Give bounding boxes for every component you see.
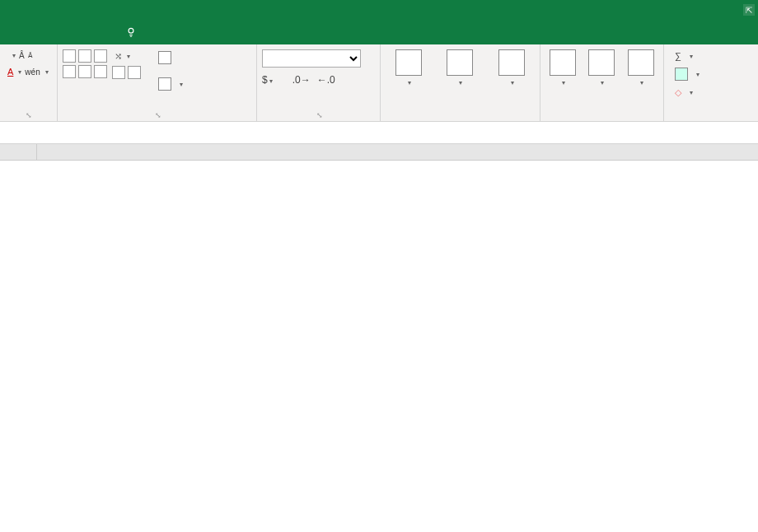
align-top-left[interactable] bbox=[63, 49, 76, 63]
table-format-button[interactable]: ▾ bbox=[447, 49, 473, 86]
clear-button[interactable]: ◇▾ bbox=[672, 86, 695, 100]
font-group-partial: ▾ Â Ǎ A▾ wén▾ ⤡ bbox=[0, 44, 58, 121]
styles-group-label bbox=[386, 118, 535, 121]
svg-point-0 bbox=[129, 28, 133, 33]
select-all-triangle[interactable] bbox=[0, 144, 37, 160]
ribbon: ▾ Â Ǎ A▾ wén▾ ⤡ ⤭▾ bbox=[0, 44, 758, 122]
align-bottom-center[interactable] bbox=[78, 65, 91, 78]
align-bottom-right[interactable] bbox=[94, 65, 107, 78]
bulb-icon bbox=[125, 26, 137, 38]
delete-icon bbox=[588, 49, 615, 76]
formula-bar[interactable] bbox=[0, 122, 758, 144]
merge-icon bbox=[158, 77, 171, 91]
wrap-text-button[interactable] bbox=[156, 49, 185, 66]
eraser-icon: ◇ bbox=[675, 87, 681, 98]
table-format-icon bbox=[447, 49, 473, 76]
insert-button[interactable]: ▾ bbox=[550, 49, 576, 86]
insert-icon bbox=[550, 49, 576, 76]
fill-icon bbox=[675, 68, 688, 81]
align-grid bbox=[63, 49, 107, 78]
increase-indent[interactable] bbox=[128, 66, 141, 79]
column-headers bbox=[0, 144, 758, 161]
increase-decimal[interactable]: .0→ bbox=[292, 74, 311, 86]
cond-format-icon bbox=[395, 49, 422, 76]
wrap-icon bbox=[158, 51, 171, 64]
align-top-right[interactable] bbox=[94, 49, 107, 63]
cell-style-icon bbox=[498, 49, 525, 76]
styles-group: ▾ ▾ ▾ bbox=[381, 44, 540, 121]
fill-button[interactable]: ▾ bbox=[672, 66, 702, 82]
editing-group: ∑▾ ▾ ◇▾ bbox=[664, 44, 758, 121]
format-button[interactable]: ▾ bbox=[628, 49, 654, 86]
font-size-preset[interactable]: ▾ Â Ǎ bbox=[5, 49, 51, 62]
decrease-indent[interactable] bbox=[112, 66, 125, 79]
tell-me-search[interactable] bbox=[125, 26, 142, 38]
number-format-select[interactable] bbox=[262, 49, 361, 68]
cells-group-label bbox=[545, 118, 658, 121]
alignment-group-label: ⤡ bbox=[63, 110, 251, 121]
worksheet bbox=[0, 144, 758, 161]
orientation-button[interactable]: ⤭▾ bbox=[112, 49, 141, 63]
font-color[interactable]: A▾ wén▾ bbox=[5, 65, 51, 78]
merge-center-button[interactable]: ▾ bbox=[156, 76, 185, 92]
conditional-format-button[interactable]: ▾ bbox=[395, 49, 422, 86]
share-icon[interactable]: ⇱ bbox=[743, 4, 755, 16]
delete-button[interactable]: ▾ bbox=[588, 49, 615, 86]
align-bottom-left[interactable] bbox=[63, 65, 76, 78]
number-group: $▾ .0→ ←.0 ⤡ bbox=[257, 44, 381, 121]
title-bar: ⇱ bbox=[0, 0, 758, 20]
autosum-button[interactable]: ∑▾ bbox=[672, 49, 695, 63]
format-icon bbox=[628, 49, 654, 76]
menu-bar bbox=[0, 20, 758, 44]
number-group-label: ⤡ bbox=[262, 110, 375, 121]
alignment-group: ⤭▾ ▾ ⤡ bbox=[58, 44, 257, 121]
font-group-label: ⤡ bbox=[5, 110, 52, 121]
cells-group: ▾ ▾ ▾ bbox=[540, 44, 664, 121]
sigma-icon: ∑ bbox=[675, 51, 681, 61]
currency-button[interactable]: $▾ bbox=[262, 74, 273, 86]
decrease-decimal[interactable]: ←.0 bbox=[317, 74, 335, 86]
window-controls: ⇱ bbox=[743, 4, 755, 16]
cell-styles-button[interactable]: ▾ bbox=[498, 49, 525, 86]
align-top-center[interactable] bbox=[78, 49, 91, 63]
